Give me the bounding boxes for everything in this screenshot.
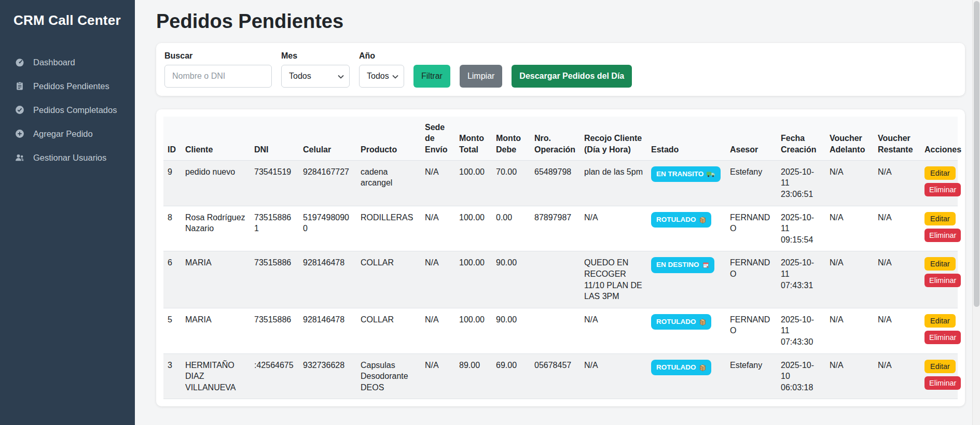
cell-voucher-adelanto: N/A xyxy=(825,353,874,399)
cell-voucher-restante: N/A xyxy=(874,353,920,399)
month-group: Mes Todos xyxy=(281,51,350,88)
cell-voucher-adelanto: N/A xyxy=(825,206,874,251)
cell-producto: COLLAR xyxy=(356,251,421,308)
delete-button[interactable]: Eliminar xyxy=(924,376,961,390)
year-label: Año xyxy=(359,51,404,61)
status-badge: EN TRANSITO xyxy=(651,166,721,182)
sidebar-item-dashboard[interactable]: Dashboard xyxy=(0,50,135,74)
status-label: ROTULADO xyxy=(656,363,696,372)
cell-fecha-creacion: 2025-10-11 09:15:54 xyxy=(777,206,825,251)
delete-button[interactable]: Eliminar xyxy=(924,274,961,287)
cell-asesor: FERNANDO xyxy=(726,251,777,308)
cell-cliente: Rosa Rodríguez Nazario xyxy=(181,206,250,251)
column-header: Voucher Restante xyxy=(874,117,920,160)
cell-voucher-restante: N/A xyxy=(874,160,920,206)
cell-dni: 73541519 xyxy=(250,160,299,206)
cell-id: 3 xyxy=(163,353,181,399)
cell-nro-operacion: 05678457 xyxy=(530,353,580,399)
cell-monto-total: 100.00 xyxy=(455,251,492,308)
month-select[interactable]: Todos xyxy=(281,65,350,88)
column-header: Sede de Envío xyxy=(421,117,455,160)
status-label: ROTULADO xyxy=(656,215,696,224)
delete-button[interactable]: Eliminar xyxy=(924,331,961,344)
cell-producto: Capsulas Desodorante DEOS xyxy=(356,353,421,399)
cell-acciones: Editar Eliminar xyxy=(920,251,958,308)
cell-acciones: Editar Eliminar xyxy=(920,160,958,206)
cell-id: 9 xyxy=(163,160,181,206)
cell-voucher-adelanto: N/A xyxy=(825,160,874,206)
download-day-orders-button[interactable]: Descargar Pedidos del Día xyxy=(512,65,632,88)
year-select-value: Todos xyxy=(367,72,389,81)
cell-estado: ROTULADO xyxy=(647,353,726,399)
sidebar-item-label: Dashboard xyxy=(33,58,75,67)
cell-estado: ROTULADO xyxy=(647,206,726,251)
filter-button[interactable]: Filtrar xyxy=(413,65,450,88)
package-icon xyxy=(699,318,706,325)
delete-button[interactable]: Eliminar xyxy=(924,183,961,196)
package-icon xyxy=(699,216,706,223)
edit-button[interactable]: Editar xyxy=(924,314,956,328)
cell-sede-envio: N/A xyxy=(421,251,455,308)
sidebar-menu: Dashboard Pedidos Pendientes Pedidos Com… xyxy=(0,50,135,169)
edit-button[interactable]: Editar xyxy=(924,257,956,271)
scrollbar-thumb[interactable] xyxy=(974,1,979,307)
cell-monto-total: 89.00 xyxy=(455,353,492,399)
table-header-row: IDClienteDNICelularProductoSede de Envío… xyxy=(163,117,958,160)
column-header: Celular xyxy=(299,117,356,160)
month-select-value: Todos xyxy=(289,72,311,81)
table-row: 3 HERMITAÑO DIAZ VILLANUEVA :42564675 93… xyxy=(163,353,958,399)
cell-dni: 73515886 xyxy=(250,251,299,308)
sidebar-item-agregar-pedido[interactable]: Agregar Pedido xyxy=(0,122,135,146)
cell-nro-operacion: 65489798 xyxy=(530,160,580,206)
edit-button[interactable]: Editar xyxy=(924,212,956,225)
year-select[interactable]: Todos xyxy=(359,65,404,88)
package-icon xyxy=(699,364,706,371)
orders-table: IDClienteDNICelularProductoSede de Envío… xyxy=(163,117,958,399)
cell-id: 5 xyxy=(163,308,181,353)
cell-monto-debe: 0.00 xyxy=(492,206,530,251)
cell-dni: 73515886 xyxy=(250,308,299,353)
table-row: 6 MARIA 73515886 928146478 COLLAR N/A 10… xyxy=(163,251,958,308)
page-scrollbar[interactable] xyxy=(972,0,980,425)
status-label: EN TRANSITO xyxy=(656,169,703,179)
cell-estado: EN TRANSITO xyxy=(647,160,726,206)
edit-button[interactable]: Editar xyxy=(924,166,956,180)
app-title: CRM Call Center xyxy=(0,12,135,29)
cell-monto-total: 100.00 xyxy=(455,206,492,251)
delete-button[interactable]: Eliminar xyxy=(924,229,961,242)
sidebar-item-gestionar-usuarios[interactable]: Gestionar Usuarios xyxy=(0,146,135,169)
status-label: ROTULADO xyxy=(656,317,696,327)
table-head: IDClienteDNICelularProductoSede de Envío… xyxy=(163,117,958,160)
search-group: Buscar xyxy=(164,51,272,88)
users-icon xyxy=(15,152,25,163)
column-header: Monto Debe xyxy=(492,117,530,160)
column-header: Acciones xyxy=(920,117,958,160)
cell-fecha-creacion: 2025-10-11 07:43:31 xyxy=(777,251,825,308)
column-header: Estado xyxy=(647,117,726,160)
orders-table-card: IDClienteDNICelularProductoSede de Envío… xyxy=(156,109,965,406)
sidebar-item-pedidos-pendientes[interactable]: Pedidos Pendientes xyxy=(0,74,135,98)
cell-fecha-creacion: 2025-10-11 07:43:30 xyxy=(777,308,825,353)
search-input[interactable] xyxy=(164,65,272,88)
cell-monto-debe: 90.00 xyxy=(492,251,530,308)
sidebar-item-pedidos-completados[interactable]: Pedidos Completados xyxy=(0,98,135,122)
column-header: Fecha Creación xyxy=(777,117,825,160)
cell-id: 8 xyxy=(163,206,181,251)
status-badge: ROTULADO xyxy=(651,314,711,330)
edit-button[interactable]: Editar xyxy=(924,360,956,373)
cell-acciones: Editar Eliminar xyxy=(920,353,958,399)
cell-producto: COLLAR xyxy=(356,308,421,353)
cell-acciones: Editar Eliminar xyxy=(920,308,958,353)
cell-producto: RODILLERAS xyxy=(356,206,421,251)
cell-recojo-cliente: QUEDO EN RECOGER 11/10 PLAN DE LAS 3PM xyxy=(580,251,647,308)
cell-asesor: Estefany xyxy=(726,160,777,206)
cell-asesor: FERNANDO xyxy=(726,206,777,251)
status-badge: ROTULADO xyxy=(651,360,711,375)
store-icon xyxy=(702,262,709,268)
clear-button[interactable]: Limpiar xyxy=(460,65,502,88)
cell-sede-envio: N/A xyxy=(421,308,455,353)
sidebar-item-label: Pedidos Completados xyxy=(33,105,117,115)
cell-recojo-cliente: N/A xyxy=(580,206,647,251)
cell-celular: 932736628 xyxy=(299,353,356,399)
search-label: Buscar xyxy=(164,51,272,61)
